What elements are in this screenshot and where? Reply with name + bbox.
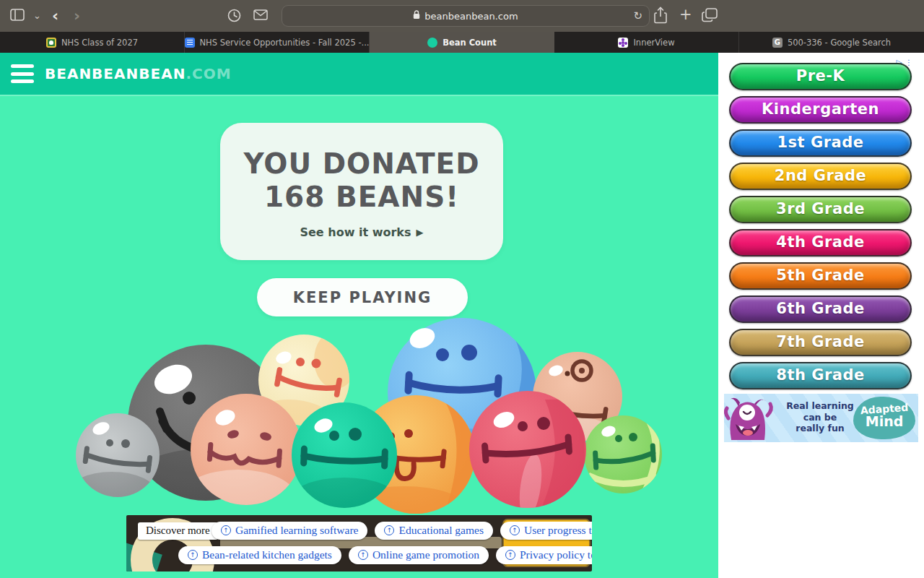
bean-dark-gray (119, 345, 292, 538)
bean-red (469, 391, 586, 520)
donation-line2: 168 BEANS! (220, 181, 503, 214)
beanbeanbean-site: BEANBEANBEAN.COM YOU DONATED 168 BEANS! … (0, 53, 718, 578)
chip-arrow-icon: ↑ (221, 525, 231, 535)
bean-silver (67, 413, 160, 515)
site-logo[interactable]: BEANBEANBEAN.COM (45, 65, 232, 82)
grade-button-2nd[interactable]: 2nd Grade (729, 163, 912, 190)
logo-suffix: .COM (186, 65, 231, 82)
chip-arrow-icon: ↑ (358, 550, 368, 560)
chip-label: Bean-related kitchen gadgets (202, 548, 332, 561)
tab-google-search[interactable]: G 500-336 - Google Search (739, 32, 924, 53)
tab-label: NHS Service Opportunities - Fall 2025 -.… (200, 38, 370, 48)
bean-favicon-icon (427, 38, 437, 48)
bean-green-striped (584, 415, 662, 498)
back-icon[interactable]: ‹ (52, 7, 58, 25)
tab-bean-count[interactable]: Bean Count (370, 32, 554, 53)
donation-title: YOU DONATED 168 BEANS! (220, 147, 503, 214)
site-header: BEANBEANBEAN.COM (0, 53, 718, 95)
docs-icon (185, 38, 195, 48)
safari-window: ⌄ ‹ › beanbeanbean.com ↻ + NHS Class of … (0, 0, 924, 578)
address-bar[interactable]: beanbeanbean.com ↻ (282, 5, 650, 27)
donation-line1: YOU DONATED (220, 147, 503, 181)
adapted-mind-ad[interactable]: Real learning can be really fun Adapted … (724, 394, 918, 442)
tab-overview-icon[interactable] (702, 8, 718, 22)
ad-chip[interactable]: ↑Educational games (375, 522, 493, 540)
grade-button-7th[interactable]: 7th Grade (729, 329, 912, 356)
url-text: beanbeanbean.com (424, 11, 518, 22)
ad-chip[interactable]: ↑Privacy policy template (496, 546, 592, 564)
donation-card: YOU DONATED 168 BEANS! See how it works … (220, 123, 503, 260)
adapted-mind-tagline: Real learning can be really fun (780, 400, 860, 434)
discover-more-label: Discover more (138, 522, 218, 540)
chip-arrow-icon: ↑ (384, 525, 394, 535)
reload-icon[interactable]: ↻ (633, 9, 642, 22)
see-how-it-works-link[interactable]: See how it works ▶ (300, 225, 423, 239)
grade-button-list: Pre-K Kindergarten 1st Grade 2nd Grade 3… (729, 63, 912, 389)
tab-label: InnerView (633, 38, 674, 48)
bean-orange (343, 392, 480, 530)
new-tab-icon[interactable]: + (679, 6, 692, 23)
chip-label: Gamified learning software (235, 524, 358, 537)
ad-chip[interactable]: ↑Online game promotion (349, 546, 489, 564)
ad-chip[interactable]: ↑User progress tracking (500, 522, 592, 540)
chevron-down-icon[interactable]: ⌄ (33, 10, 41, 21)
tab-label: Bean Count (443, 38, 497, 48)
lock-icon (413, 10, 420, 22)
tab-label: 500-336 - Google Search (788, 38, 891, 48)
grade-button-5th[interactable]: 5th Grade (729, 262, 912, 290)
grade-button-pre-k[interactable]: Pre-K (729, 63, 912, 90)
tab-nhs-service[interactable]: NHS Service Opportunities - Fall 2025 -.… (185, 32, 370, 53)
keep-playing-button[interactable]: KEEP PLAYING (257, 278, 468, 316)
history-clock-icon[interactable] (227, 9, 241, 22)
forward-icon[interactable]: › (74, 7, 80, 25)
google-icon: G (772, 38, 783, 48)
grade-button-6th[interactable]: 6th Grade (729, 296, 912, 323)
grade-button-8th[interactable]: 8th Grade (729, 362, 912, 389)
sidebar-toggle-icon[interactable] (10, 9, 25, 21)
grade-button-kindergarten[interactable]: Kindergarten (729, 96, 912, 124)
mail-icon[interactable] (253, 9, 268, 20)
bean-pale-yellow (249, 331, 357, 436)
tab-label: NHS Class of 2027 (61, 38, 138, 48)
chip-label: User progress tracking (524, 524, 592, 537)
chip-arrow-icon: ↑ (510, 525, 520, 535)
browser-toolbar: ⌄ ‹ › beanbeanbean.com ↻ + (0, 0, 924, 32)
tab-bar: NHS Class of 2027 NHS Service Opportunit… (0, 32, 924, 53)
chip-arrow-icon: ↑ (505, 550, 515, 560)
bottom-ad-banner[interactable]: FREE Discover more ↑Gamified learning so… (126, 515, 592, 571)
bean-blue (383, 316, 556, 486)
bean-teal (288, 402, 401, 527)
page-viewport: BEANBEANBEAN.COM YOU DONATED 168 BEANS! … (0, 53, 924, 578)
grade-button-4th[interactable]: 4th Grade (729, 229, 912, 256)
play-triangle-icon: ▶ (417, 227, 424, 238)
bean-peach (180, 394, 302, 525)
menu-hamburger-icon[interactable] (11, 64, 34, 83)
grade-button-3rd[interactable]: 3rd Grade (729, 196, 912, 223)
ad-chips-row1: ↑Gamified learning software ↑Educational… (212, 522, 592, 540)
share-icon[interactable] (654, 7, 667, 24)
classroom-icon (46, 38, 56, 48)
grade-button-1st[interactable]: 1st Grade (729, 129, 912, 157)
see-how-label: See how it works (300, 225, 411, 239)
bean-monocle-peach (527, 352, 622, 456)
chip-label: Privacy policy template (520, 548, 592, 561)
monster-icon (724, 394, 776, 442)
ad-sidebar: ▷ ⋮ Pre-K Kindergarten 1st Grade 2nd Gra… (718, 53, 924, 578)
logo-main: BEANBEANBEAN (45, 65, 186, 82)
tab-nhs-class[interactable]: NHS Class of 2027 (0, 32, 185, 53)
chip-label: Online game promotion (372, 548, 479, 561)
ad-chips-row2: ↑Bean-related kitchen gadgets ↑Online ga… (178, 546, 592, 564)
ad-chip[interactable]: ↑Gamified learning software (212, 522, 367, 540)
adapted-mind-logo: Adapted Mind (853, 397, 915, 439)
ad-chip[interactable]: ↑Bean-related kitchen gadgets (178, 546, 341, 564)
chip-label: Educational games (398, 524, 484, 537)
chip-arrow-icon: ↑ (188, 550, 198, 560)
tab-innerview[interactable]: InnerView (554, 32, 739, 53)
innerview-icon (618, 38, 628, 48)
